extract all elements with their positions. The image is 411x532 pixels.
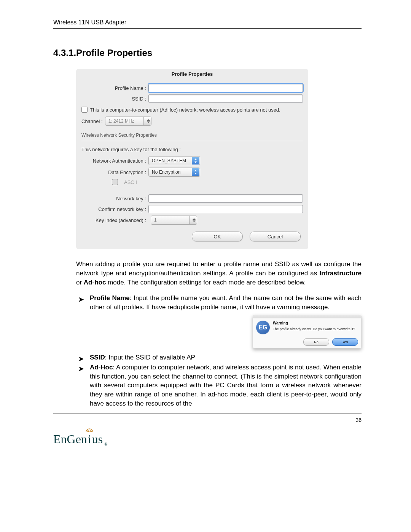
arrow-icon: ➤ bbox=[78, 364, 84, 374]
adhoc-checkbox[interactable] bbox=[81, 107, 88, 113]
wifi-icon bbox=[85, 428, 94, 433]
section-title: 4.3.1.Profile Properties bbox=[53, 48, 362, 58]
warning-title: Warning bbox=[273, 321, 355, 326]
netkey-label: Network key : bbox=[81, 196, 148, 201]
enc-select[interactable]: No Encryption bbox=[148, 168, 200, 177]
channel-stepper[interactable]: 1: 2412 MHz bbox=[105, 117, 151, 126]
auth-label: Network Authentication : bbox=[81, 158, 148, 164]
warning-yes-button[interactable]: Yes bbox=[332, 338, 358, 346]
enc-label: Data Encryption : bbox=[81, 169, 148, 175]
requires-text: This network requires a key for the foll… bbox=[81, 147, 303, 152]
ascii-label: ASCII bbox=[120, 179, 139, 185]
security-heading: Wireless Network Security Properties bbox=[81, 133, 303, 141]
confirmkey-input[interactable] bbox=[148, 205, 303, 213]
warning-no-button[interactable]: No bbox=[303, 338, 329, 346]
adhoc-checkbox-label: This is a computer-to-computer (AdHoc) n… bbox=[90, 107, 280, 113]
warning-dialog: EG Warning The profile already exists. D… bbox=[253, 315, 362, 348]
bullet-list: ➤ Profile Name: Input the profile name y… bbox=[76, 294, 362, 408]
netkey-input[interactable] bbox=[148, 194, 303, 203]
bullet-adhoc: ➤ Ad-Hoc: A computer to computer network… bbox=[76, 363, 362, 408]
warning-app-icon: EG bbox=[256, 321, 270, 334]
profile-name-label: Profile Name : bbox=[81, 85, 148, 91]
page-header: Wireless 11N USB Adapter bbox=[53, 19, 362, 29]
keyindex-stepper[interactable]: 1 bbox=[151, 216, 197, 225]
channel-label: Channel : bbox=[81, 118, 103, 124]
engenius-logo: EnGeni us® bbox=[53, 432, 362, 446]
keyindex-label: Key index (advanced) : bbox=[81, 217, 148, 223]
bullet-ssid: ➤ SSID: Input the SSID of available AP bbox=[76, 353, 362, 362]
profile-name-input[interactable] bbox=[148, 84, 303, 92]
cancel-button[interactable]: Cancel bbox=[250, 232, 301, 241]
arrow-icon: ➤ bbox=[78, 295, 84, 304]
bullet-profile-name: ➤ Profile Name: Input the profile name y… bbox=[76, 294, 362, 348]
confirmkey-label: Confirm network key : bbox=[81, 206, 148, 212]
ssid-input[interactable] bbox=[148, 94, 303, 103]
ok-button[interactable]: OK bbox=[192, 232, 243, 241]
arrow-icon: ➤ bbox=[78, 355, 84, 364]
profile-properties-dialog: Profile Properties Profile Name : SSID :… bbox=[76, 69, 308, 249]
ascii-checkbox bbox=[112, 179, 118, 185]
intro-paragraph: When adding a profile you are required t… bbox=[76, 260, 362, 287]
page-number: 36 bbox=[53, 417, 362, 423]
dialog-title: Profile Properties bbox=[76, 69, 308, 81]
ssid-label: SSID : bbox=[81, 96, 148, 102]
warning-message: The profile already exists. Do you want … bbox=[273, 327, 355, 332]
auth-select[interactable]: OPEN_SYSTEM bbox=[148, 156, 200, 165]
